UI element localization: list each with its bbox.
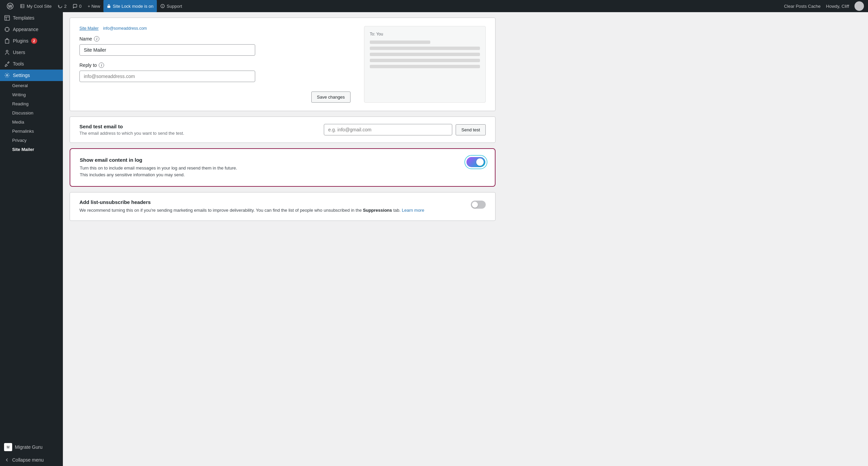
- send-test-button[interactable]: Send test: [456, 124, 486, 135]
- sidebar-arrow: ◀: [56, 72, 60, 79]
- add-unsubscribe-toggle[interactable]: [471, 201, 486, 209]
- clear-cache-button[interactable]: Clear Posts Cache: [784, 4, 820, 9]
- top-bar: W My Cool Site 2 0 + New Site Lock mode …: [0, 0, 868, 12]
- show-email-content-title: Show email content in log: [80, 157, 460, 163]
- add-unsubscribe-title: Add list-unsubscribe headers: [79, 199, 464, 205]
- sidebar-sub-reading[interactable]: Reading: [4, 99, 63, 108]
- save-changes-row: Save changes: [79, 92, 351, 103]
- sidebar-sub-media[interactable]: Media: [4, 118, 63, 127]
- sidebar-item-plugins[interactable]: Plugins 2: [0, 35, 63, 47]
- main-content: Site Mailer info@someaddress.com Name i …: [63, 12, 868, 466]
- content-area: Site Mailer info@someaddress.com Name i …: [63, 12, 502, 232]
- site-lock-button[interactable]: Site Lock mode is on: [103, 0, 157, 12]
- svg-point-5: [6, 50, 8, 52]
- svg-text:W: W: [8, 4, 13, 9]
- form-left: Site Mailer info@someaddress.com Name i …: [79, 26, 351, 103]
- sidebar-sub-site-mailer[interactable]: Site Mailer: [4, 145, 63, 154]
- name-info-icon[interactable]: i: [94, 36, 99, 42]
- reply-to-input[interactable]: [79, 71, 255, 82]
- reply-to-label: Reply to i: [79, 62, 351, 68]
- sidebar-bottom: M Migrate Guru Collapse menu: [0, 440, 63, 466]
- settings-form-card: Site Mailer info@someaddress.com Name i …: [70, 18, 496, 111]
- sidebar-item-users[interactable]: Users: [0, 47, 63, 58]
- sidebar-sub-privacy[interactable]: Privacy: [4, 136, 63, 145]
- send-test-title: Send test email to: [79, 124, 279, 129]
- layout: Templates Appearance Plugins 2 Users Too…: [0, 12, 868, 466]
- email-line-2: [370, 47, 480, 50]
- migrate-icon: M: [4, 443, 12, 451]
- sidebar-item-migrate-guru[interactable]: M Migrate Guru: [0, 440, 63, 454]
- name-field-label: Name i: [79, 36, 351, 42]
- comments-button[interactable]: 0: [70, 0, 84, 12]
- show-email-content-card: Show email content in log Turn this on t…: [70, 148, 496, 187]
- user-avatar[interactable]: [854, 1, 864, 11]
- email-line-3: [370, 53, 480, 56]
- sidebar-item-tools[interactable]: Tools: [0, 58, 63, 70]
- support-button[interactable]: Support: [158, 0, 185, 12]
- add-unsubscribe-desc: We recommend turning this on if you're s…: [79, 207, 464, 214]
- sidebar-collapse-button[interactable]: Collapse menu: [0, 454, 63, 466]
- email-preview: To: You: [364, 26, 486, 103]
- show-email-content-toggle-container: [466, 157, 485, 167]
- sidebar: Templates Appearance Plugins 2 Users Too…: [0, 12, 63, 466]
- send-test-left: Send test email to The email address to …: [79, 124, 279, 136]
- sidebar-sub-general[interactable]: General: [4, 81, 63, 90]
- breadcrumb-site-mailer[interactable]: Site Mailer: [79, 26, 99, 31]
- new-button[interactable]: + New: [85, 0, 103, 12]
- top-bar-right: Clear Posts Cache Howdy, Cliff: [784, 1, 864, 11]
- revisions-button[interactable]: 2: [55, 0, 69, 12]
- suppressions-text: Suppressions: [363, 208, 392, 213]
- sidebar-item-appearance[interactable]: Appearance: [0, 24, 63, 35]
- learn-more-link[interactable]: Learn more: [402, 208, 424, 213]
- add-unsubscribe-content: Add list-unsubscribe headers We recommen…: [79, 199, 464, 214]
- email-to-label: To: You: [370, 32, 480, 36]
- send-test-right: Send test: [286, 124, 486, 135]
- sidebar-sub-discussion[interactable]: Discussion: [4, 108, 63, 118]
- sidebar-item-settings[interactable]: Settings ◀: [0, 70, 63, 81]
- save-changes-button[interactable]: Save changes: [311, 92, 351, 103]
- wp-logo[interactable]: W: [4, 0, 16, 12]
- svg-rect-3: [5, 16, 9, 20]
- email-line-4: [370, 59, 480, 62]
- sidebar-item-templates[interactable]: Templates: [0, 12, 63, 24]
- show-email-content-desc: Turn this on to include email messages i…: [80, 165, 460, 178]
- add-unsubscribe-card: Add list-unsubscribe headers We recommen…: [70, 192, 496, 221]
- plugins-badge: 2: [31, 38, 37, 44]
- site-name[interactable]: My Cool Site: [17, 0, 54, 12]
- show-email-content-toggle[interactable]: [466, 157, 485, 167]
- send-test-card: Send test email to The email address to …: [70, 116, 496, 143]
- email-line-1: [370, 41, 430, 44]
- email-line-5: [370, 65, 480, 68]
- show-email-content-text: Show email content in log Turn this on t…: [80, 157, 460, 178]
- svg-point-6: [6, 75, 8, 76]
- sidebar-sub-writing[interactable]: Writing: [4, 90, 63, 99]
- add-unsubscribe-toggle-container: [471, 199, 486, 209]
- section-header: Site Mailer info@someaddress.com: [79, 26, 351, 31]
- send-test-description: The email address to which you want to s…: [79, 131, 279, 136]
- name-input[interactable]: [79, 44, 255, 56]
- reply-to-info-icon[interactable]: i: [99, 62, 104, 68]
- sidebar-sub-permalinks[interactable]: Permalinks: [4, 127, 63, 136]
- sidebar-submenu: General Writing Reading Discussion Media…: [0, 81, 63, 154]
- top-bar-left: W My Cool Site 2 0 + New Site Lock mode …: [4, 0, 782, 12]
- email-partial: info@someaddress.com: [103, 26, 147, 31]
- howdy-menu[interactable]: Howdy, Cliff: [826, 4, 849, 9]
- send-test-email-input[interactable]: [324, 124, 452, 135]
